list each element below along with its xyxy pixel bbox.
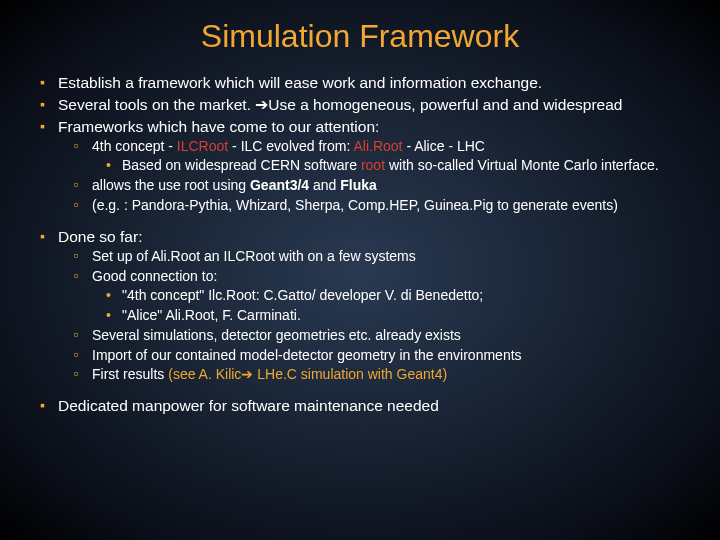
sub-item: Set up of Ali.Root an ILCRoot with on a … <box>58 247 690 266</box>
sub-item: allows the use root using Geant3/4 and F… <box>58 176 690 195</box>
text: First results <box>92 366 168 382</box>
text: Frameworks which have come to our attent… <box>58 118 379 135</box>
text: Several simulations, detector geometries… <box>92 327 461 343</box>
text: Establish a framework which will ease wo… <box>58 74 542 91</box>
highlight-text: ILCRoot <box>177 138 232 154</box>
highlight-text: root <box>361 157 385 173</box>
bullet-item: Dedicated manpower for software maintena… <box>30 396 690 416</box>
arrow-icon: ➔ <box>255 95 268 115</box>
sub-item: Several simulations, detector geometries… <box>58 326 690 345</box>
text: Import of our contained model-detector g… <box>92 347 522 363</box>
text: and <box>309 177 340 193</box>
sub-sub-item: "4th concept" Ilc.Root: C.Gatto/ develop… <box>92 286 690 305</box>
highlight-text: Ali.Root <box>353 138 402 154</box>
text: Use a homogeneous, powerful and and wide… <box>268 96 622 113</box>
text: Several tools on the market. <box>58 96 255 113</box>
sub-item: First results (see A. Kilic➔ LHe.C simul… <box>58 365 690 384</box>
text: - Alice - LHC <box>403 138 485 154</box>
slide-title: Simulation Framework <box>30 18 690 55</box>
sub-sub-item: "Alice" Ali.Root, F. Carminati. <box>92 306 690 325</box>
sub-sub-list: "4th concept" Ilc.Root: C.Gatto/ develop… <box>92 286 690 325</box>
arrow-icon: ➔ <box>241 365 253 384</box>
highlight-text: LHe.C simulation with Geant4) <box>253 366 447 382</box>
bullet-item: Establish a framework which will ease wo… <box>30 73 690 93</box>
text: Dedicated manpower for software maintena… <box>58 397 439 414</box>
sub-list: Set up of Ali.Root an ILCRoot with on a … <box>58 247 690 384</box>
sub-sub-list: Based on widespread CERN software root w… <box>92 156 690 175</box>
bullet-list: Establish a framework which will ease wo… <box>30 73 690 417</box>
text: 4th concept - <box>92 138 177 154</box>
text: with so-called Virtual Monte Carlo inter… <box>385 157 659 173</box>
text: allows the use root using <box>92 177 250 193</box>
text: Set up of Ali.Root an ILCRoot with on a … <box>92 248 416 264</box>
sub-list: 4th concept - ILCRoot - ILC evolved from… <box>58 137 690 215</box>
text: - ILC evolved from: <box>232 138 353 154</box>
text: "Alice" Ali.Root, F. Carminati. <box>122 307 301 323</box>
sub-item: Import of our contained model-detector g… <box>58 346 690 365</box>
text: Good connection to: <box>92 268 217 284</box>
text: Based on widespread CERN software <box>122 157 361 173</box>
slide: Simulation Framework Establish a framewo… <box>0 0 720 540</box>
bold-text: Fluka <box>340 177 377 193</box>
sub-sub-item: Based on widespread CERN software root w… <box>92 156 690 175</box>
sub-item: (e.g. : Pandora-Pythia, Whizard, Sherpa,… <box>58 196 690 215</box>
highlight-text: (see A. Kilic <box>168 366 241 382</box>
bold-text: Geant3/4 <box>250 177 309 193</box>
bullet-item: Done so far: Set up of Ali.Root an ILCRo… <box>30 227 690 384</box>
text: Done so far: <box>58 228 142 245</box>
bullet-item: Several tools on the market. ➔Use a homo… <box>30 95 690 115</box>
sub-item: Good connection to: "4th concept" Ilc.Ro… <box>58 267 690 325</box>
text: (e.g. : Pandora-Pythia, Whizard, Sherpa,… <box>92 197 618 213</box>
text: "4th concept" Ilc.Root: C.Gatto/ develop… <box>122 287 483 303</box>
bullet-item: Frameworks which have come to our attent… <box>30 117 690 215</box>
sub-item: 4th concept - ILCRoot - ILC evolved from… <box>58 137 690 175</box>
